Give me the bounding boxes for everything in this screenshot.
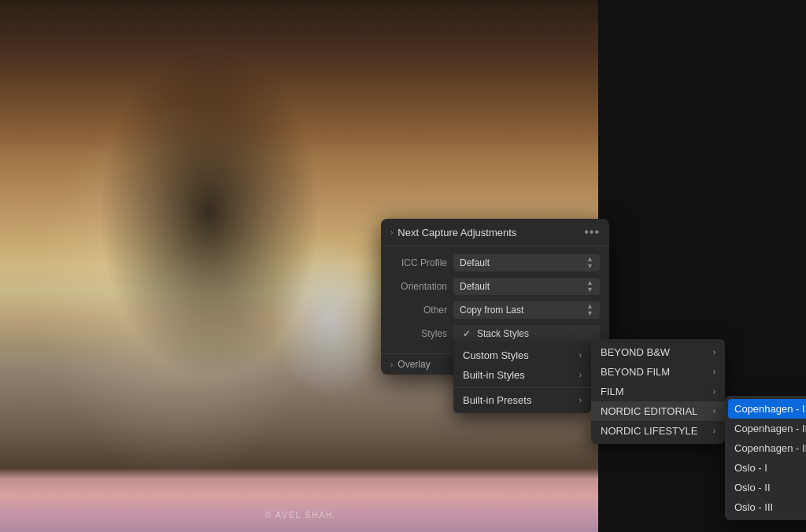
custom-styles-submenu: BEYOND B&W › BEYOND FILM › FILM › NORD: [591, 339, 725, 444]
panel-options-icon[interactable]: •••: [584, 225, 600, 239]
oslo-i-item[interactable]: Oslo - I: [725, 458, 806, 478]
beyond-bw-item[interactable]: BEYOND B&W ›: [591, 342, 725, 362]
nordic-editorial-submenu: Copenhagen - I Copenhagen - II Copenhage…: [725, 396, 806, 520]
panel-collapse-icon[interactable]: ›: [390, 228, 393, 237]
icc-stepper-icon: ▲▼: [586, 256, 593, 270]
custom-styles-item[interactable]: Custom Styles ›: [453, 345, 591, 365]
built-in-presets-item[interactable]: Built-in Presets ›: [453, 390, 591, 410]
stack-styles-checkmark: ✓: [463, 328, 474, 339]
icc-profile-select[interactable]: Default ▲▼: [453, 254, 600, 272]
orientation-row: Orientation Default ▲▼: [381, 275, 609, 298]
panel-title: Next Capture Adjustments: [397, 227, 516, 238]
orientation-select[interactable]: Default ▲▼: [453, 278, 600, 295]
nordic-lifestyle-arrow-icon: ›: [713, 427, 715, 435]
beyond-film-arrow-icon: ›: [713, 368, 715, 376]
panel-body: ICC Profile Default ▲▼ Orientation Defau…: [381, 246, 609, 350]
other-stepper-icon: ▲▼: [586, 303, 593, 317]
icc-profile-label: ICC Profile: [390, 257, 447, 268]
other-select[interactable]: Copy from Last ▲▼: [453, 301, 600, 319]
styles-submenu: Custom Styles › Built-in Styles › Built-…: [453, 342, 591, 413]
menu-divider: [453, 387, 591, 388]
icc-profile-row: ICC Profile Default ▲▼: [381, 251, 609, 275]
panel-header-left: › Next Capture Adjustments: [390, 227, 516, 238]
nordic-editorial-arrow-icon: ›: [713, 407, 715, 416]
nordic-editorial-item[interactable]: NORDIC EDITORIAL ›: [591, 401, 725, 421]
stack-styles-label: Stack Styles: [477, 328, 529, 339]
film-item[interactable]: FILM ›: [591, 382, 725, 401]
film-arrow-icon: ›: [713, 387, 715, 396]
beyond-bw-arrow-icon: ›: [713, 348, 715, 357]
orientation-stepper-icon: ▲▼: [586, 279, 593, 294]
copenhagen-ii-item[interactable]: Copenhagen - II: [725, 419, 806, 438]
built-in-styles-arrow-icon: ›: [579, 371, 582, 379]
built-in-presets-arrow-icon: ›: [579, 396, 582, 405]
overlay-label: Overlay: [397, 359, 430, 370]
styles-label: Styles: [390, 328, 447, 339]
overlay-expand-icon: ›: [390, 360, 393, 369]
other-row: Other Copy from Last ▲▼: [381, 298, 609, 322]
nordic-lifestyle-item[interactable]: NORDIC LIFESTYLE ›: [591, 421, 725, 441]
stack-styles-row[interactable]: ✓ Stack Styles: [453, 325, 600, 342]
copenhagen-iii-item[interactable]: Copenhagen - III: [725, 438, 806, 458]
orientation-label: Orientation: [390, 281, 447, 292]
custom-styles-arrow-icon: ›: [579, 351, 582, 360]
oslo-iii-item[interactable]: Oslo - III: [725, 497, 806, 517]
built-in-styles-item[interactable]: Built-in Styles ›: [453, 365, 591, 385]
panel-header: › Next Capture Adjustments •••: [381, 219, 609, 246]
next-capture-adjustments-panel: › Next Capture Adjustments ••• ICC Profi…: [381, 219, 609, 375]
beyond-film-item[interactable]: BEYOND FILM ›: [591, 362, 725, 382]
other-label: Other: [390, 305, 447, 316]
styles-row: Styles ✓ Stack Styles Custom Styles › Bu…: [381, 322, 609, 345]
copenhagen-i-item[interactable]: Copenhagen - I: [728, 399, 806, 419]
oslo-ii-item[interactable]: Oslo - II: [725, 478, 806, 497]
